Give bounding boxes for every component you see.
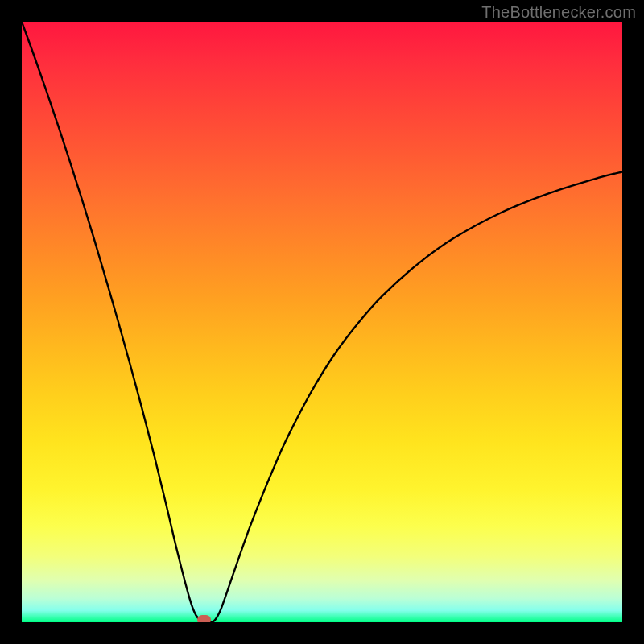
plot-area <box>22 22 622 622</box>
attribution-text: TheBottlenecker.com <box>481 3 636 22</box>
optimal-marker <box>197 615 211 622</box>
bottleneck-curve <box>22 22 622 621</box>
chart-frame: TheBottlenecker.com <box>0 0 644 644</box>
curve-layer <box>22 22 622 622</box>
